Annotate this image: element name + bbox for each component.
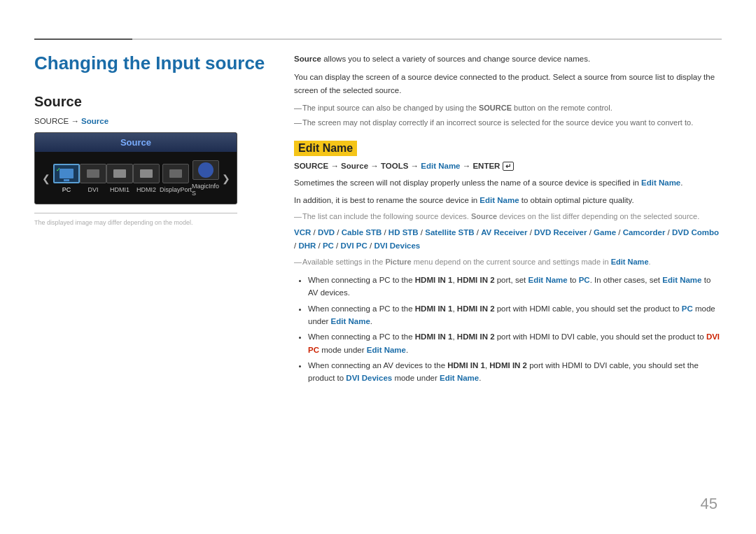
available-edit-name: Edit Name	[611, 258, 649, 266]
edit-name-heading: Edit Name	[294, 141, 357, 156]
top-accent-line	[34, 38, 132, 40]
edit-name-para2: In addition, it is best to rename the so…	[294, 194, 722, 206]
source-item-dvi[interactable]: DVI	[80, 164, 106, 193]
note-source-button: The input source can also be changed by …	[294, 102, 722, 114]
source-icon-hdmi2	[133, 164, 160, 183]
device-dvd-receiver: DVD Receiver	[534, 228, 587, 237]
source-box-content: ❮ ✓ PC DVI	[35, 152, 237, 204]
source-icon-dp	[162, 164, 189, 183]
hdmi2-icon	[140, 169, 153, 178]
device-hd-stb: HD STB	[388, 228, 419, 237]
edit-name-breadcrumb: SOURCE → Source → TOOLS → Edit Name → EN…	[294, 162, 722, 171]
device-dvd: DVD	[318, 228, 335, 237]
intro-paragraph-2: You can display the screen of a source d…	[294, 71, 722, 97]
device-satellite-stb: Satellite STB	[425, 228, 474, 237]
source-breadcrumb: SOURCE → Source	[34, 117, 272, 125]
source-item-displayport[interactable]: DisplayPort	[160, 164, 192, 193]
device-dvi-pc: DVI PC	[340, 241, 367, 250]
right-column: Source allows you to select a variety of…	[294, 52, 722, 389]
note-source-list: The list can include the following sourc…	[294, 211, 722, 223]
device-av-receiver: AV Receiver	[481, 228, 527, 237]
dp-icon	[169, 169, 182, 178]
source-items-list: ✓ PC DVI HDMI1	[53, 160, 219, 197]
source-arrow-right[interactable]: ❯	[219, 173, 233, 184]
note-display-correctly: The screen may not display correctly if …	[294, 117, 722, 129]
intro-bold-source: Source	[294, 55, 321, 63]
device-dhr: DHR	[298, 241, 316, 250]
edit-name-para1: Sometimes the screen will not display pr…	[294, 176, 722, 189]
device-pc: PC	[323, 241, 334, 250]
devices-list-line: VCR / DVD / Cable STB / HD STB / Satelli…	[294, 226, 722, 252]
bullet-item-2: When connecting a PC to the HDMI IN 1, H…	[308, 302, 722, 328]
breadcrumb-prefix: SOURCE →	[34, 117, 81, 125]
bullet-item-1: When connecting a PC to the HDMI IN 1, H…	[308, 274, 722, 300]
page-title: Changing the Input source	[34, 52, 272, 74]
source-label-hdmi2: HDMI2	[136, 186, 156, 193]
source-label-dp: DisplayPort	[160, 186, 192, 193]
source-item-hdmi1[interactable]: HDMI1	[106, 164, 133, 193]
source-item-magicinfo[interactable]: MagicInfo S	[192, 160, 219, 197]
source-icon-dvi	[80, 164, 106, 183]
left-divider	[34, 213, 237, 213]
source-icon-magic	[192, 160, 219, 180]
available-settings-note: Available settings in the Picture menu d…	[294, 256, 722, 268]
device-dvd-combo: DVD Combo	[672, 228, 719, 237]
edit-breadcrumb-suffix: → ENTER	[461, 162, 500, 170]
source-icon-pc: ✓	[53, 164, 80, 183]
bullet-item-4: When connecting an AV devices to the HDM…	[308, 359, 722, 385]
device-dvi-devices: DVI Devices	[374, 241, 420, 250]
pc-icon	[59, 169, 74, 178]
device-game: Game	[594, 228, 616, 237]
source-label-hdmi1: HDMI1	[110, 186, 130, 193]
dvi-icon	[87, 169, 99, 178]
breadcrumb-highlight: Source	[81, 117, 108, 125]
left-column: Changing the Input source Source SOURCE …	[34, 52, 272, 226]
source-item-pc[interactable]: ✓ PC	[53, 164, 80, 193]
section-title: Source	[34, 94, 272, 110]
page-number: 45	[701, 495, 718, 513]
enter-icon: ↵	[503, 162, 514, 171]
bullet-item-3: When connecting a PC to the HDMI IN 1, H…	[308, 330, 722, 356]
intro-paragraph-1: Source allows you to select a variety of…	[294, 52, 722, 65]
magic-icon	[198, 162, 214, 178]
source-box-header: Source	[35, 133, 237, 152]
bullet-list: When connecting a PC to the HDMI IN 1, H…	[294, 274, 722, 385]
edit-breadcrumb-highlight: Edit Name	[421, 162, 460, 170]
footer-note: The displayed image may differ depending…	[34, 219, 272, 226]
source-label-magic: MagicInfo S	[192, 183, 219, 197]
hdmi1-icon	[113, 169, 126, 178]
device-camcorder: Camcorder	[623, 228, 666, 237]
source-label-dvi: DVI	[88, 186, 98, 193]
edit-name-inline-1: Edit Name	[641, 178, 680, 187]
device-vcr: VCR	[294, 228, 311, 237]
edit-breadcrumb-prefix: SOURCE → Source → TOOLS →	[294, 162, 421, 170]
edit-name-inline-2: Edit Name	[479, 196, 519, 204]
source-ui-box: Source ❮ ✓ PC DVI	[34, 132, 237, 204]
device-cable-stb: Cable STB	[342, 228, 382, 237]
source-arrow-left[interactable]: ❮	[39, 173, 53, 184]
source-label-pc: PC	[62, 186, 71, 193]
intro-text-suffix: allows you to select a variety of source…	[321, 55, 590, 63]
top-divider-line	[34, 38, 722, 40]
source-icon-hdmi1	[106, 164, 133, 183]
source-item-hdmi2[interactable]: HDMI2	[133, 164, 160, 193]
